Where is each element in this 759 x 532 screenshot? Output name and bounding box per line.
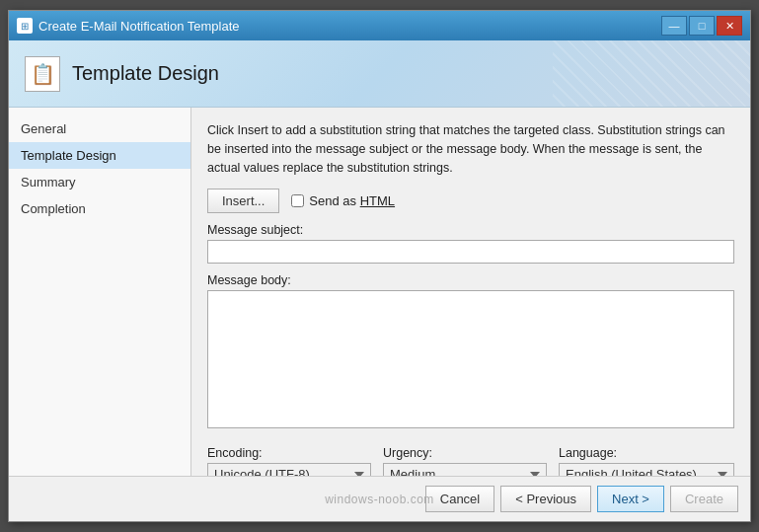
urgency-select[interactable]: Medium Low High bbox=[383, 463, 547, 476]
message-body-textarea[interactable] bbox=[207, 290, 734, 428]
send-as-html-checkbox[interactable] bbox=[291, 194, 304, 207]
sidebar: General Template Design Summary Completi… bbox=[9, 108, 191, 476]
language-select[interactable]: English (United States) English (United … bbox=[559, 463, 734, 476]
message-body-field: Message body: bbox=[207, 273, 734, 438]
window-icon: ⊞ bbox=[17, 18, 33, 34]
minimize-button[interactable]: — bbox=[661, 16, 687, 36]
insert-button[interactable]: Insert... bbox=[207, 189, 279, 213]
message-subject-field: Message subject: bbox=[207, 223, 734, 273]
maximize-button[interactable]: □ bbox=[689, 16, 715, 36]
sidebar-item-general[interactable]: General bbox=[9, 115, 190, 142]
send-as-html-row: Send as HTML bbox=[291, 193, 395, 208]
language-label: Language: bbox=[559, 446, 734, 460]
close-button[interactable]: ✕ bbox=[717, 16, 742, 36]
content-area: General Template Design Summary Completi… bbox=[9, 108, 750, 476]
header-title: Template Design bbox=[72, 62, 219, 85]
sidebar-item-summary[interactable]: Summary bbox=[9, 169, 190, 195]
title-bar-controls: — □ ✕ bbox=[661, 16, 742, 36]
next-button[interactable]: Next > bbox=[597, 486, 664, 512]
toolbar-row: Insert... Send as HTML bbox=[207, 189, 734, 213]
footer: windows-noob.com Cancel < Previous Next … bbox=[9, 476, 750, 521]
create-button[interactable]: Create bbox=[670, 486, 738, 512]
dropdowns-row: Encoding: Unicode (UTF-8) ASCII ISO-8859… bbox=[207, 438, 734, 476]
title-bar-left: ⊞ Create E-Mail Notification Template bbox=[17, 18, 240, 34]
previous-button[interactable]: < Previous bbox=[500, 486, 591, 512]
message-subject-input[interactable] bbox=[207, 240, 734, 264]
encoding-select[interactable]: Unicode (UTF-8) ASCII ISO-8859-1 bbox=[207, 463, 371, 476]
urgency-label: Urgency: bbox=[383, 446, 547, 460]
description-text: Click Insert to add a substitution strin… bbox=[207, 121, 734, 177]
main-content: Click Insert to add a substitution strin… bbox=[191, 108, 750, 476]
encoding-group: Encoding: Unicode (UTF-8) ASCII ISO-8859… bbox=[207, 446, 371, 476]
message-body-label: Message body: bbox=[207, 273, 734, 287]
urgency-group: Urgency: Medium Low High bbox=[383, 446, 547, 476]
language-group: Language: English (United States) Englis… bbox=[559, 446, 734, 476]
sidebar-item-template-design[interactable]: Template Design bbox=[9, 142, 190, 169]
cancel-button[interactable]: Cancel bbox=[425, 486, 494, 512]
watermark: windows-noob.com bbox=[325, 493, 434, 506]
sidebar-item-completion[interactable]: Completion bbox=[9, 195, 190, 222]
header-area: 📋 Template Design bbox=[9, 40, 750, 108]
encoding-label: Encoding: bbox=[207, 446, 371, 460]
message-subject-label: Message subject: bbox=[207, 223, 734, 237]
title-bar: ⊞ Create E-Mail Notification Template — … bbox=[9, 11, 750, 40]
header-icon: 📋 bbox=[25, 56, 60, 92]
header-bg-pattern bbox=[553, 40, 750, 108]
send-as-html-label[interactable]: Send as HTML bbox=[309, 193, 395, 208]
main-window: ⊞ Create E-Mail Notification Template — … bbox=[8, 10, 751, 522]
window-title: Create E-Mail Notification Template bbox=[38, 19, 240, 34]
